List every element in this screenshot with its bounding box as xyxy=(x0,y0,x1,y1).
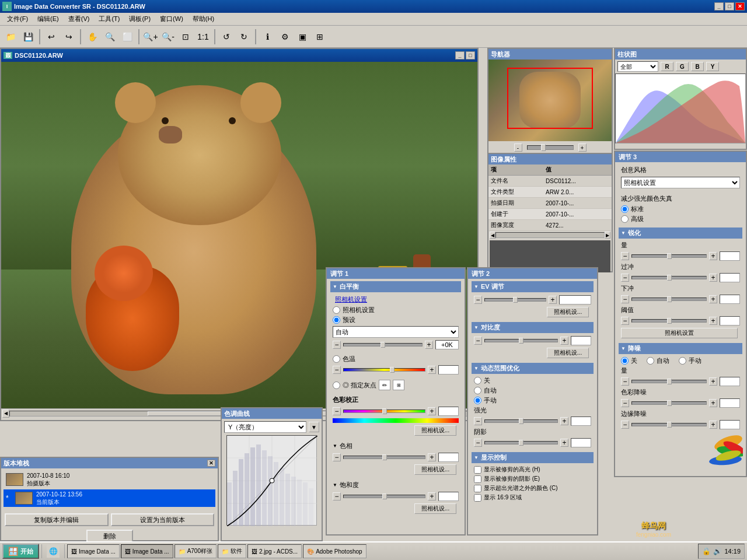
zoom-out-tool[interactable]: 🔍- xyxy=(160,29,176,45)
version-item-0[interactable]: 2007-10-8 16:10 拍摄版本 xyxy=(4,471,215,488)
thr-minus-btn[interactable]: − xyxy=(621,317,629,325)
thr-slider-thumb[interactable] xyxy=(667,318,672,324)
contrast-slider-track[interactable] xyxy=(484,339,558,342)
chromatic-standard-radio[interactable] xyxy=(621,205,629,213)
wb-slider-thumb[interactable] xyxy=(381,342,385,348)
sat-slider-track[interactable] xyxy=(343,495,425,498)
sharpen-camera-btn[interactable]: 照相机设置 xyxy=(621,328,738,338)
nav-zoom-thumb[interactable] xyxy=(541,144,546,151)
menu-window[interactable]: 窗口(W) xyxy=(155,13,188,24)
wb-preset-radio[interactable] xyxy=(333,316,340,324)
marquee-tool[interactable]: ⬜ xyxy=(119,29,135,45)
cdn-val[interactable]: 50 xyxy=(720,398,740,408)
dn-minus-btn[interactable]: − xyxy=(621,377,629,386)
ct-slider-thumb[interactable] xyxy=(390,367,395,373)
wb-preset-select[interactable]: 自动 xyxy=(333,326,459,338)
props-scroll-right[interactable]: ▶ xyxy=(605,232,610,239)
image-minimize[interactable]: _ xyxy=(455,51,465,60)
dn-slider-thumb[interactable] xyxy=(667,379,672,384)
curve-dropdown-btn[interactable]: ▼ xyxy=(309,422,319,432)
sat-minus-btn[interactable]: − xyxy=(333,492,341,501)
ct-val[interactable]: 6000K xyxy=(438,365,459,374)
sh-val[interactable]: 50 xyxy=(571,438,591,447)
actual-size-tool[interactable]: 1:1 xyxy=(195,29,211,45)
open-tool[interactable]: 📁 xyxy=(2,29,19,45)
histogram-channel-select[interactable]: 全部 xyxy=(617,61,658,72)
sh-plus-btn[interactable]: + xyxy=(560,439,568,447)
dynamic-off-radio[interactable] xyxy=(474,377,481,384)
maximize-btn[interactable]: □ xyxy=(725,2,734,10)
dn-slider-track[interactable] xyxy=(631,380,707,383)
menu-panel[interactable]: 调板(P) xyxy=(124,13,155,24)
colorfix-minus-btn[interactable]: − xyxy=(333,407,341,415)
ct-minus-btn[interactable]: − xyxy=(333,366,341,374)
info-tool[interactable]: ℹ xyxy=(259,29,275,45)
dn-plus-btn[interactable]: + xyxy=(709,377,717,386)
contrast-val[interactable]: 0 xyxy=(571,336,591,345)
close-btn[interactable]: ✕ xyxy=(735,2,745,10)
creative-select[interactable]: 照相机设置 xyxy=(621,177,740,188)
curve-channel-select[interactable]: Y（亮度） xyxy=(224,421,306,433)
rotate-cw-tool[interactable]: ↻ xyxy=(236,29,252,45)
sh-minus-btn[interactable]: − xyxy=(474,439,482,447)
scroll-left-btn[interactable]: ◀ xyxy=(2,410,9,418)
nav-zoom-track[interactable] xyxy=(527,145,574,150)
task-btn-2[interactable]: 📁 A700样张 xyxy=(174,544,217,558)
contrast-minus-btn[interactable]: − xyxy=(474,337,482,345)
hue-plus-btn[interactable]: + xyxy=(428,453,436,461)
image-window-controls[interactable]: _ □ xyxy=(455,51,475,60)
show-clipped-shadow-cb[interactable] xyxy=(474,475,481,483)
task-btn-3[interactable]: 📁 软件 xyxy=(218,544,246,558)
delete-version-btn[interactable]: 删除 xyxy=(86,530,133,542)
version-close-btn[interactable]: ✕ xyxy=(207,460,215,467)
curve-graph[interactable] xyxy=(226,435,317,526)
menu-edit[interactable]: 编辑(E) xyxy=(33,13,64,24)
under-val[interactable]: 0 xyxy=(720,295,740,304)
thr-plus-btn[interactable]: + xyxy=(709,317,717,325)
hue-minus-btn[interactable]: − xyxy=(333,453,341,461)
save-tool[interactable]: 💾 xyxy=(20,29,36,45)
zoom-in-tool[interactable]: 🔍+ xyxy=(142,29,159,45)
edn-minus-btn[interactable]: − xyxy=(621,421,629,429)
show-gamut-cb[interactable] xyxy=(474,485,481,492)
hue-slider-track[interactable] xyxy=(343,456,425,459)
denoise-manual-radio[interactable] xyxy=(679,357,686,365)
hist-btn-g[interactable]: G xyxy=(676,62,689,71)
hl-val[interactable]: 50 xyxy=(571,416,591,426)
colorfix-slider-track[interactable] xyxy=(343,410,425,413)
sat-plus-btn[interactable]: + xyxy=(428,492,436,501)
under-plus-btn[interactable]: + xyxy=(709,295,717,303)
denoise-auto-radio[interactable] xyxy=(647,357,654,365)
colorfix-camera-btn[interactable]: 照相机设... xyxy=(414,425,456,436)
nav-zoom-out[interactable]: - xyxy=(514,144,522,152)
colortemp-radio[interactable] xyxy=(333,355,340,363)
version-item-1[interactable]: * 2007-10-12 13:56 当前版本 xyxy=(4,489,215,507)
menu-view[interactable]: 查看(V) xyxy=(64,13,95,24)
show-clipped-high-cb[interactable] xyxy=(474,466,481,474)
ev-slider-thumb[interactable] xyxy=(513,297,518,303)
undo-tool[interactable]: ↩ xyxy=(43,29,60,45)
hl-slider-thumb[interactable] xyxy=(519,418,523,424)
props-scrollbar-h[interactable]: ◀ ▶ xyxy=(488,231,612,239)
props-scroll-left[interactable]: ◀ xyxy=(490,232,495,239)
dynamic-manual-radio[interactable] xyxy=(474,397,481,404)
amt-minus-btn[interactable]: − xyxy=(621,252,629,260)
zoom-tool[interactable]: 🔍 xyxy=(102,29,118,45)
hist-btn-b[interactable]: B xyxy=(691,62,704,71)
dynamic-auto-radio[interactable] xyxy=(474,387,481,394)
ev-camera-btn[interactable]: 照相机设... xyxy=(547,307,589,317)
hl-plus-btn[interactable]: + xyxy=(560,417,568,425)
ie-icon[interactable]: 🌐 xyxy=(47,545,60,558)
image-maximize[interactable]: □ xyxy=(466,51,475,60)
rotate-ccw-tool[interactable]: ↺ xyxy=(218,29,235,45)
over-minus-btn[interactable]: − xyxy=(621,274,629,282)
hand-tool[interactable]: ✋ xyxy=(84,29,100,45)
task-btn-4[interactable]: 🖼 2.jpg - ACDS... xyxy=(247,544,302,558)
hue-camera-btn[interactable]: 照相机设... xyxy=(414,464,456,475)
set-current-btn[interactable]: 设置为当前版本 xyxy=(111,513,215,526)
ev-slider-track[interactable] xyxy=(484,298,546,302)
sat-camera-btn[interactable]: 照相机设... xyxy=(414,503,456,514)
graypoint-grid-icon[interactable]: ⊞ xyxy=(393,380,404,390)
task-btn-5[interactable]: 🎨 Adobe Photoshop xyxy=(303,544,366,558)
eyedropper-icon[interactable]: ✏ xyxy=(379,380,390,390)
